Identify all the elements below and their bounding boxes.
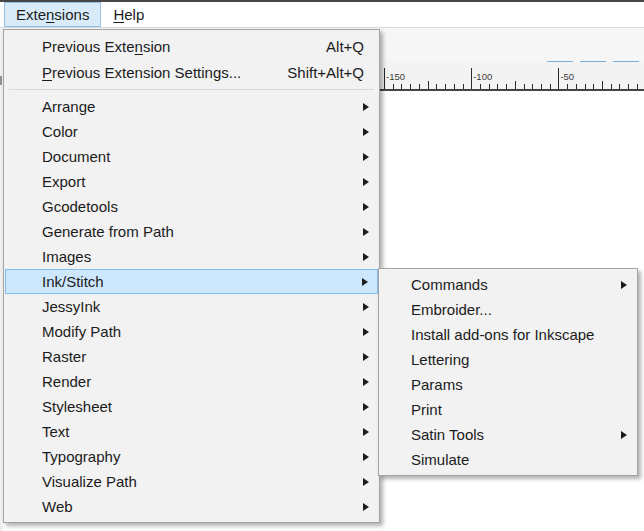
menu-item-generate-from-path[interactable]: Generate from Path: [5, 219, 378, 244]
ruler-tick: [463, 84, 464, 89]
submenu-arrow-icon: [363, 253, 369, 261]
menu-item-satin-tools[interactable]: Satin Tools: [380, 422, 636, 447]
menu-item-label: Params: [411, 376, 463, 393]
menu-item-label: Arrange: [42, 98, 95, 115]
menubar-item-extensions[interactable]: Extensions: [4, 2, 101, 27]
submenu-arrow-icon: [363, 303, 369, 311]
ruler-tick: [576, 84, 577, 89]
menu-item-label: Typography: [42, 448, 120, 465]
menu-item-images[interactable]: Images: [5, 244, 378, 269]
menu-item-jessyink[interactable]: JessyInk: [5, 294, 378, 319]
menu-item-document[interactable]: Document: [5, 144, 378, 169]
ruler-tick: [541, 84, 542, 89]
menu-item-label: Gcodetools: [42, 198, 118, 215]
submenu-arrow-icon: [363, 328, 369, 336]
inkstitch-submenu-panel: CommandsEmbroider...Install add-ons for …: [378, 268, 638, 476]
inkscape-window: ExtensionsHelp H: mm: [0, 0, 644, 531]
menu-item-commands[interactable]: Commands: [380, 272, 636, 297]
menu-item-arrange[interactable]: Arrange: [5, 94, 378, 119]
menu-item-label: Web: [42, 498, 73, 515]
menu-item-previous-extension[interactable]: Previous ExtensionAlt+Q: [5, 33, 378, 59]
ruler-tick: [524, 84, 525, 89]
menu-item-label: Document: [42, 148, 110, 165]
menu-item-label: Visualize Path: [42, 473, 137, 490]
ruler-tick: [558, 68, 559, 89]
shortcut-label: Alt+Q: [326, 38, 368, 55]
ruler-tick: [401, 84, 402, 89]
ruler-tick: [393, 84, 394, 89]
menu-item-visualize-path[interactable]: Visualize Path: [5, 469, 378, 494]
menu-item-label: Images: [42, 248, 91, 265]
menu-item-web[interactable]: Web: [5, 494, 378, 519]
ruler-tick-label: -50: [560, 71, 574, 82]
shortcut-label: Shift+Alt+Q: [287, 64, 368, 81]
menu-item-label: Lettering: [411, 351, 469, 368]
menu-item-print[interactable]: Print: [380, 397, 636, 422]
ruler-tick: [550, 84, 551, 89]
vertical-ruler-edge: [0, 76, 2, 85]
menu-item-label: Render: [42, 373, 91, 390]
menu-item-label: Ink/Stitch: [42, 273, 104, 290]
submenu-arrow-icon: [363, 153, 369, 161]
submenu-arrow-icon: [363, 128, 369, 136]
menu-item-ink-stitch[interactable]: Ink/Stitch: [5, 269, 378, 294]
menu-item-modify-path[interactable]: Modify Path: [5, 319, 378, 344]
ruler-tick: [454, 84, 455, 89]
submenu-arrow-icon: [363, 403, 369, 411]
menu-item-label: JessyInk: [42, 298, 100, 315]
ruler-tick: [602, 81, 603, 89]
ruler-tick: [506, 84, 507, 89]
menu-item-params[interactable]: Params: [380, 372, 636, 397]
menu-item-previous-extension-settings[interactable]: Previous Extension Settings...Shift+Alt+…: [5, 59, 378, 85]
submenu-arrow-icon: [621, 281, 627, 289]
ruler-tick-label: -100: [473, 71, 492, 82]
submenu-arrow-icon: [363, 378, 369, 386]
menu-item-label: Commands: [411, 276, 488, 293]
menu-item-embroider[interactable]: Embroider...: [380, 297, 636, 322]
menu-item-stylesheet[interactable]: Stylesheet: [5, 394, 378, 419]
ruler-tick: [419, 84, 420, 89]
menu-item-typography[interactable]: Typography: [5, 444, 378, 469]
submenu-arrow-icon: [621, 431, 627, 439]
horizontal-ruler[interactable]: -150-100-50: [380, 62, 644, 91]
menu-item-render[interactable]: Render: [5, 369, 378, 394]
submenu-arrow-icon: [363, 178, 369, 186]
ruler-tick: [410, 84, 411, 89]
ruler-tick: [593, 84, 594, 89]
submenu-arrow-icon: [363, 428, 369, 436]
menu-item-raster[interactable]: Raster: [5, 344, 378, 369]
menubar: ExtensionsHelp: [0, 2, 644, 28]
submenu-arrow-icon: [363, 353, 369, 361]
menu-item-lettering[interactable]: Lettering: [380, 347, 636, 372]
menu-item-label: Export: [42, 173, 85, 190]
menu-item-label: Simulate: [411, 451, 469, 468]
ruler-tick-label: -150: [386, 71, 405, 82]
ruler-tick: [497, 84, 498, 89]
menu-item-label: Modify Path: [42, 323, 121, 340]
menu-item-install-add-ons-for-inkscape[interactable]: Install add-ons for Inkscape: [380, 322, 636, 347]
extensions-menu-panel: Previous ExtensionAlt+QPrevious Extensio…: [3, 29, 380, 523]
submenu-arrow-icon: [363, 503, 369, 511]
ruler-tick: [445, 84, 446, 89]
ruler-tick: [628, 84, 629, 89]
menu-item-label: Generate from Path: [42, 223, 174, 240]
ruler-tick: [480, 84, 481, 89]
ruler-tick: [384, 68, 385, 89]
menu-item-label: Stylesheet: [42, 398, 112, 415]
ruler-tick: [585, 84, 586, 89]
menu-item-label: Embroider...: [411, 301, 492, 318]
submenu-arrow-icon: [362, 278, 368, 286]
menu-item-export[interactable]: Export: [5, 169, 378, 194]
menu-item-color[interactable]: Color: [5, 119, 378, 144]
submenu-arrow-icon: [363, 228, 369, 236]
ruler-tick: [611, 84, 612, 89]
menu-item-gcodetools[interactable]: Gcodetools: [5, 194, 378, 219]
menubar-item-help[interactable]: Help: [101, 2, 156, 27]
menu-item-simulate[interactable]: Simulate: [380, 447, 636, 472]
submenu-arrow-icon: [363, 453, 369, 461]
menu-item-label: Print: [411, 401, 442, 418]
ruler-tick: [436, 84, 437, 89]
menu-item-text[interactable]: Text: [5, 419, 378, 444]
ruler-tick: [515, 81, 516, 89]
menu-item-label: Color: [42, 123, 78, 140]
